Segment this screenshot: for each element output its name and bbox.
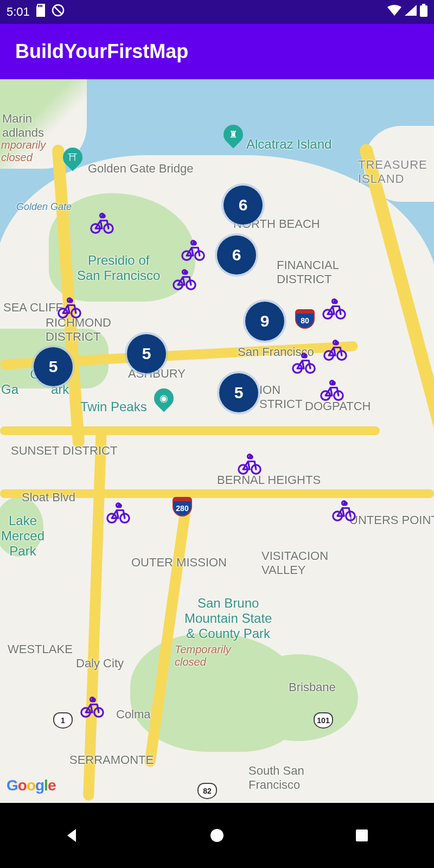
bicycle-icon[interactable]	[90, 213, 114, 234]
svg-point-36	[343, 501, 348, 506]
map-view[interactable]: Marin adlandsmporarily closedGolden Gate…	[0, 79, 434, 803]
bridge-icon: ⛩	[68, 152, 78, 163]
svg-point-30	[249, 455, 253, 459]
svg-point-27	[331, 381, 336, 385]
cluster-marker[interactable]: 5	[219, 373, 258, 412]
route-shield: 80	[295, 309, 315, 329]
battery-icon	[420, 4, 427, 20]
cluster-marker[interactable]: 6	[224, 186, 263, 225]
svg-rect-41	[356, 829, 368, 841]
svg-rect-2	[420, 5, 427, 17]
road	[0, 426, 380, 435]
svg-point-39	[92, 698, 96, 702]
cluster-marker[interactable]: 9	[245, 302, 284, 341]
castle-icon: ♜	[229, 129, 238, 141]
bicycle-icon[interactable]	[320, 380, 344, 401]
bicycle-icon[interactable]	[181, 240, 205, 261]
app-title: BuildYourFirstMap	[15, 40, 188, 63]
back-button[interactable]	[61, 825, 83, 846]
svg-point-24	[303, 354, 308, 358]
road	[0, 489, 434, 498]
svg-point-9	[193, 241, 197, 245]
app-bar: BuildYourFirstMap	[0, 24, 434, 79]
bicycle-icon[interactable]	[238, 454, 261, 475]
status-time: 5:01	[7, 5, 30, 19]
navigation-bar	[0, 803, 434, 868]
cluster-marker[interactable]: 5	[127, 334, 166, 373]
svg-point-15	[69, 298, 73, 303]
svg-point-18	[334, 299, 338, 304]
svg-point-33	[118, 503, 122, 508]
bicycle-icon[interactable]	[58, 297, 81, 319]
svg-point-21	[335, 341, 339, 345]
park-brisbane-green	[239, 654, 358, 741]
svg-point-40	[210, 829, 224, 842]
bicycle-icon[interactable]	[173, 269, 196, 291]
bicycle-icon[interactable]	[323, 340, 347, 361]
poi-marker-poi-alcatraz[interactable]: ♜	[224, 125, 243, 150]
status-left: 5:01	[7, 4, 65, 20]
signal-icon	[405, 5, 417, 19]
sd-card-icon	[35, 4, 46, 20]
route-shield: 1	[53, 712, 73, 729]
cluster-marker[interactable]: 5	[34, 347, 73, 386]
route-shield: 101	[314, 712, 333, 729]
svg-rect-3	[422, 4, 425, 6]
poi-marker-poi-twinpeaks[interactable]: ◉	[154, 388, 174, 413]
route-shield: 280	[173, 497, 192, 516]
bicycle-icon[interactable]	[106, 502, 130, 524]
camera-icon: ◉	[159, 392, 168, 404]
dnd-icon	[52, 4, 65, 20]
poi-marker-poi-ggbridge[interactable]: ⛩	[63, 148, 82, 173]
route-shield: 82	[197, 783, 217, 799]
bicycle-icon[interactable]	[80, 697, 104, 718]
bicycle-icon[interactable]	[292, 353, 316, 374]
cluster-marker[interactable]: 6	[217, 235, 256, 275]
svg-point-12	[184, 270, 188, 275]
bicycle-icon[interactable]	[332, 500, 356, 522]
status-bar: 5:01	[0, 0, 434, 24]
home-button[interactable]	[206, 825, 228, 846]
google-logo: Google	[7, 777, 55, 794]
wifi-icon	[387, 5, 401, 19]
recent-button[interactable]	[351, 825, 373, 846]
status-right	[387, 4, 427, 20]
bicycle-icon[interactable]	[322, 298, 346, 320]
svg-line-1	[54, 7, 62, 14]
svg-point-6	[101, 214, 106, 218]
